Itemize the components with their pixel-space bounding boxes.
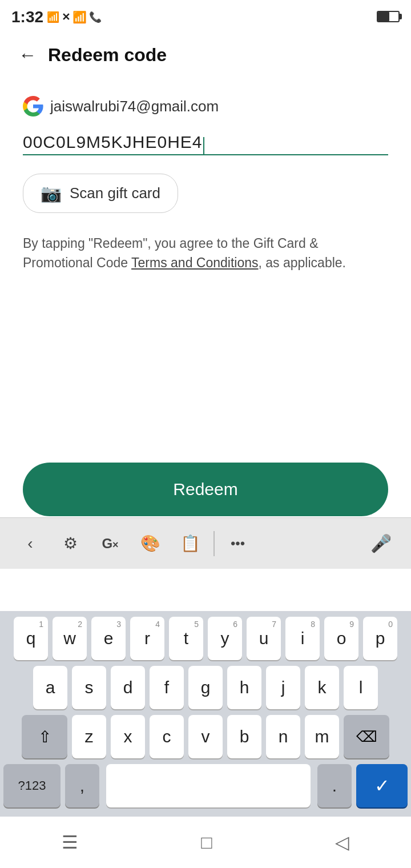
key-s[interactable]: s: [72, 666, 106, 709]
clipboard-icon: 📋: [180, 534, 200, 553]
nav-back-button[interactable]: ◁: [335, 831, 349, 853]
terms-link[interactable]: Terms and Conditions: [131, 255, 258, 270]
keyboard: 1q 2w 3e 4r 5t 6y 7u 8i 9o 0p a s d f g …: [0, 611, 411, 817]
redeem-button[interactable]: Redeem: [23, 463, 388, 516]
phone-icon: 📞: [89, 11, 102, 23]
back-button[interactable]: ←: [14, 41, 41, 69]
key-f[interactable]: f: [150, 666, 184, 709]
time-display: 1:32: [11, 8, 43, 26]
key-q[interactable]: 1q: [14, 617, 48, 660]
wifi-icon: 📶: [72, 10, 87, 24]
key-w[interactable]: 2w: [53, 617, 87, 660]
key-z[interactable]: z: [72, 715, 106, 758]
settings-icon: ⚙: [63, 534, 78, 553]
home-icon: □: [201, 832, 212, 853]
battery-icon: [377, 11, 400, 22]
keyboard-row-1: 1q 2w 3e 4r 5t 6y 7u 8i 9o 0p: [3, 617, 408, 660]
key-k[interactable]: k: [305, 666, 339, 709]
menu-icon: ☰: [62, 832, 78, 853]
google-g-icon: [23, 96, 43, 116]
key-h[interactable]: h: [227, 666, 261, 709]
key-t[interactable]: 5t: [169, 617, 203, 660]
keyboard-toolbar: ‹ ⚙ G× 🎨 📋 ••• 🎤: [0, 517, 411, 569]
key-v[interactable]: v: [188, 715, 223, 758]
key-m[interactable]: m: [305, 715, 339, 758]
microphone-icon: 🎤: [370, 533, 392, 553]
keyboard-row-3: ⇧ z x c v b n m ⌫: [3, 715, 408, 758]
key-e[interactable]: 3e: [91, 617, 126, 660]
key-b[interactable]: b: [227, 715, 261, 758]
numbers-key[interactable]: ?123: [3, 764, 61, 807]
scan-gift-card-button[interactable]: 📷 Scan gift card: [23, 174, 178, 213]
signal-icons: 📶 ✕ 📶 📞: [47, 10, 102, 24]
toolbar-separator: [213, 531, 215, 556]
key-i[interactable]: 8i: [285, 617, 320, 660]
key-n[interactable]: n: [266, 715, 300, 758]
keyboard-theme-button[interactable]: 🎨: [130, 527, 170, 561]
key-x[interactable]: x: [111, 715, 145, 758]
account-row: jaiswalrubi74@gmail.com: [23, 96, 388, 116]
shift-key[interactable]: ⇧: [22, 715, 67, 758]
google-logo: [23, 96, 43, 116]
scan-button-label: Scan gift card: [70, 184, 160, 202]
redeem-section: Redeem: [0, 463, 411, 516]
palette-icon: 🎨: [140, 534, 160, 553]
main-content: jaiswalrubi74@gmail.com 00C0L9M5KJHE0HE4…: [0, 78, 411, 287]
nav-bar: ☰ □ ◁: [0, 817, 411, 868]
signal-x-icon: ✕: [62, 11, 70, 23]
key-u[interactable]: 7u: [247, 617, 281, 660]
status-bar: 1:32 📶 ✕ 📶 📞: [0, 0, 411, 32]
backspace-icon: ⌫: [356, 728, 377, 746]
code-input-value: 00C0L9M5KJHE0HE4: [23, 132, 203, 151]
keyboard-row-2: a s d f g h j k l: [3, 666, 408, 709]
enter-key[interactable]: ✓: [356, 764, 408, 807]
back-arrow-icon: ←: [18, 45, 37, 66]
camera-icon: 📷: [41, 183, 62, 203]
key-y[interactable]: 6y: [208, 617, 242, 660]
key-o[interactable]: 9o: [324, 617, 358, 660]
period-key[interactable]: .: [317, 764, 352, 807]
terms-text: By tapping "Redeem", you agree to the Gi…: [23, 234, 388, 273]
key-c[interactable]: c: [150, 715, 184, 758]
keyboard-more-button[interactable]: •••: [218, 527, 258, 561]
nav-back-icon: ◁: [335, 832, 349, 853]
signal-icon: 📶: [47, 11, 59, 23]
shift-icon: ⇧: [38, 728, 51, 746]
nav-home-button[interactable]: □: [201, 832, 212, 853]
keyboard-translate-button[interactable]: G×: [90, 527, 130, 561]
backspace-key[interactable]: ⌫: [344, 715, 389, 758]
keyboard-settings-button[interactable]: ⚙: [50, 527, 90, 561]
space-key[interactable]: [106, 764, 311, 807]
account-email: jaiswalrubi74@gmail.com: [50, 98, 219, 115]
comma-key[interactable]: ,: [65, 764, 99, 807]
more-icon: •••: [231, 536, 245, 552]
key-j[interactable]: j: [266, 666, 300, 709]
key-r[interactable]: 4r: [130, 617, 164, 660]
keyboard-clipboard-button[interactable]: 📋: [170, 527, 210, 561]
keyboard-back-icon: ‹: [27, 535, 33, 553]
header: ← Redeem code: [0, 32, 411, 78]
keyboard-row-4: ?123 , . ✓: [3, 764, 408, 807]
key-a[interactable]: a: [33, 666, 67, 709]
terms-after: , as applicable.: [259, 255, 346, 270]
battery-container: [377, 11, 400, 23]
keyboard-mic-button[interactable]: 🎤: [361, 527, 401, 561]
key-g[interactable]: g: [188, 666, 223, 709]
text-cursor: [203, 137, 204, 154]
keyboard-back-button[interactable]: ‹: [10, 527, 50, 561]
translate-icon: G×: [102, 536, 118, 552]
key-d[interactable]: d: [111, 666, 145, 709]
key-p[interactable]: 0p: [363, 617, 397, 660]
nav-menu-button[interactable]: ☰: [62, 831, 78, 853]
key-l[interactable]: l: [344, 666, 378, 709]
code-input-container[interactable]: 00C0L9M5KJHE0HE4: [23, 132, 388, 155]
page-title: Redeem code: [48, 45, 167, 66]
